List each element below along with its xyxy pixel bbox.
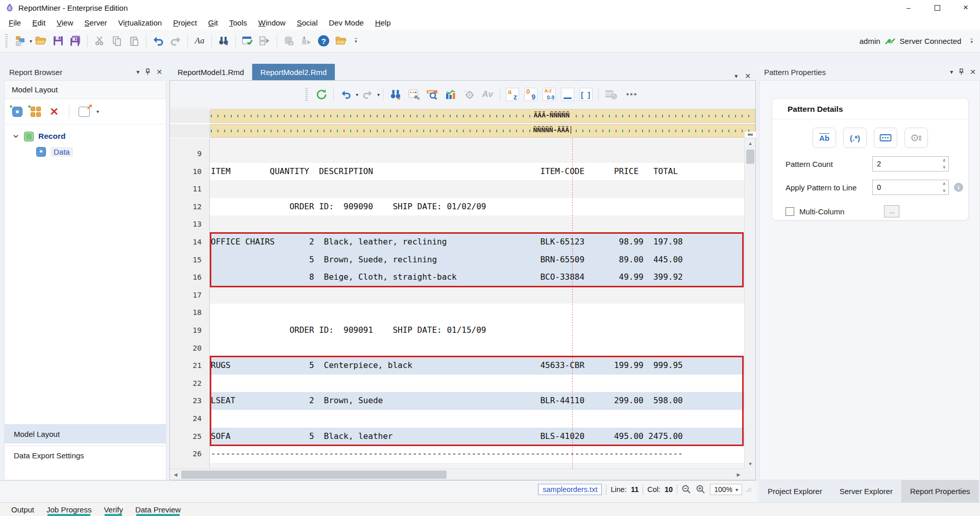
panel-menu-icon[interactable]: ▾ — [136, 68, 139, 76]
doc-line[interactable]: 26--------------------------------------… — [170, 445, 744, 463]
save-all-icon[interactable] — [68, 33, 83, 48]
scroll-up-arrow[interactable]: ▲ — [745, 138, 756, 149]
save-icon[interactable] — [51, 33, 66, 48]
pin-icon[interactable] — [958, 68, 965, 76]
tab-reportmodel2[interactable]: ReportModel2.Rmd — [252, 64, 335, 80]
new-model-icon[interactable] — [13, 33, 28, 48]
tree-node-record[interactable]: Record — [5, 129, 166, 144]
tab-reportmodel1[interactable]: ReportModel1.Rmd — [169, 64, 252, 80]
delete-button[interactable]: ✕ — [47, 105, 61, 118]
find-icon[interactable] — [216, 33, 231, 48]
add-field-button[interactable]: + — [29, 105, 42, 118]
doc-line[interactable]: 17 — [170, 286, 744, 304]
zoom-out-icon[interactable] — [681, 484, 692, 495]
menu-server[interactable]: Server — [79, 16, 112, 29]
scroll-left-arrow[interactable]: ◀ — [170, 469, 181, 480]
doc-line[interactable]: 19 ORDER ID: 909091 SHIP DATE: 01/15/09 — [170, 322, 744, 339]
open-folder-icon[interactable] — [33, 33, 48, 48]
toolbar-right-overflow[interactable]: ▾ — [970, 39, 973, 44]
horizontal-scroll-thumb[interactable] — [181, 471, 447, 479]
tab-server-explorer[interactable]: Server Explorer — [831, 480, 901, 502]
undo-dropdown[interactable]: ▾ — [356, 92, 358, 97]
panel-close-icon[interactable]: ✕ — [970, 68, 976, 76]
minimize-button[interactable]: – — [894, 0, 923, 15]
maximize-button[interactable] — [923, 0, 951, 15]
menu-view[interactable]: View — [51, 16, 79, 29]
splitter-handle-icon[interactable] — [745, 132, 756, 138]
bracket-pattern-icon[interactable]: [ ] — [578, 87, 594, 102]
menu-help[interactable]: Help — [370, 16, 397, 29]
cut-icon[interactable] — [92, 33, 107, 48]
tab-list-icon[interactable]: ▾ — [734, 72, 738, 80]
scroll-right-arrow[interactable]: ▶ — [733, 469, 744, 480]
source-file-name[interactable]: sampleorders.txt — [538, 484, 602, 495]
pattern-config-icon[interactable] — [406, 87, 422, 102]
browse-folder-icon[interactable] — [333, 33, 349, 48]
doc-line[interactable]: 13 — [170, 215, 744, 233]
analyze-chart-icon[interactable] — [443, 87, 458, 102]
keyboard-pattern-button[interactable] — [874, 128, 897, 148]
export-dropdown[interactable]: ▾ — [96, 109, 99, 114]
spin-up-icon[interactable]: ∧ — [942, 181, 946, 187]
editor-find-icon[interactable] — [388, 87, 403, 102]
doc-line[interactable]: 12 ORDER ID: 909090 SHIP DATE: 01/02/09 — [170, 198, 744, 216]
undo-icon[interactable] — [151, 33, 166, 48]
copy-icon[interactable] — [109, 33, 125, 48]
close-button[interactable]: × — [951, 0, 980, 15]
tab-output[interactable]: Output — [5, 503, 40, 516]
doc-line[interactable]: 18 — [170, 304, 744, 322]
model-preview-icon[interactable] — [257, 33, 273, 48]
toolbar-more-icon[interactable]: ••• — [622, 87, 642, 102]
menu-dev-mode[interactable]: Dev Mode — [323, 16, 369, 29]
paste-icon[interactable] — [127, 33, 142, 48]
tab-report-properties[interactable]: Report Properties — [901, 480, 979, 502]
resize-grip[interactable] — [746, 487, 751, 492]
pattern-band-1[interactable]: ÃÃÃ-ÑÑÑÑÑ — [170, 109, 755, 123]
tab-project-explorer[interactable]: Project Explorer — [759, 480, 831, 502]
zoom-in-icon[interactable] — [696, 484, 706, 495]
vertical-scroll-thumb[interactable] — [746, 150, 754, 164]
blank-pattern-icon[interactable] — [560, 87, 575, 102]
editor-undo-icon[interactable] — [338, 87, 354, 102]
multi-column-checkbox[interactable] — [786, 207, 794, 216]
menu-edit[interactable]: Edit — [27, 16, 51, 29]
text-pattern-icon[interactable]: az — [505, 87, 520, 102]
pattern-count-input[interactable]: 2 ∧∨ — [872, 156, 949, 171]
export-button[interactable]: ➚ — [78, 105, 91, 118]
regex-pattern-button[interactable]: (.*) — [843, 128, 867, 148]
menu-project[interactable]: Project — [167, 16, 203, 29]
alnum-pattern-icon[interactable]: a-z0-9 — [542, 87, 557, 102]
number-pattern-icon[interactable]: 09 — [523, 87, 538, 102]
doc-line[interactable]: 9 — [170, 145, 744, 163]
apply-pattern-input[interactable]: 0 ∧∨ — [872, 180, 949, 195]
menu-social[interactable]: Social — [291, 16, 323, 29]
pin-icon[interactable] — [144, 68, 151, 76]
refresh-icon[interactable] — [313, 87, 329, 102]
search-pattern-icon[interactable] — [425, 87, 440, 102]
panel-close-icon[interactable]: ✕ — [156, 68, 162, 76]
menu-virtualization[interactable]: Virtualization — [113, 16, 168, 29]
pattern-text-1[interactable]: ÃÃÃ-ÑÑÑÑÑ — [532, 111, 571, 119]
tab-close-icon[interactable]: ✕ — [745, 72, 751, 80]
verify-window-icon[interactable] — [240, 33, 255, 48]
spin-down-icon[interactable]: ∨ — [942, 187, 946, 194]
font-icon[interactable]: Aa — [192, 33, 207, 48]
doc-line[interactable]: 20 — [170, 339, 744, 357]
menu-file[interactable]: File — [3, 16, 27, 29]
spin-up-icon[interactable]: ∧ — [942, 157, 946, 164]
new-model-dropdown[interactable]: ▾ — [30, 38, 32, 44]
data-node-label[interactable]: Data — [51, 147, 73, 157]
nav-model-layout[interactable]: Model Layout — [5, 424, 166, 444]
redo-icon[interactable] — [168, 33, 183, 48]
panel-menu-icon[interactable]: ▾ — [950, 68, 953, 76]
spin-down-icon[interactable]: ∨ — [942, 164, 946, 170]
document-view[interactable]: 9 10ITEM QUANTITY DESCRIPTION ITEM-CODE … — [170, 138, 744, 469]
toolbar-overflow-button[interactable]: ▾ — [355, 38, 357, 43]
chevron-down-icon[interactable] — [12, 132, 20, 140]
doc-line[interactable]: 11 — [170, 180, 744, 198]
pattern-text-2[interactable]: ÑÑÑÑÑ-ÃÃÃ — [532, 126, 571, 134]
tab-data-preview[interactable]: Data Preview — [129, 503, 187, 516]
vertical-scrollbar[interactable]: ▲ ▼ — [744, 138, 755, 469]
redo-dropdown[interactable]: ▾ — [377, 92, 380, 97]
record-node-label[interactable]: Record — [38, 132, 65, 141]
